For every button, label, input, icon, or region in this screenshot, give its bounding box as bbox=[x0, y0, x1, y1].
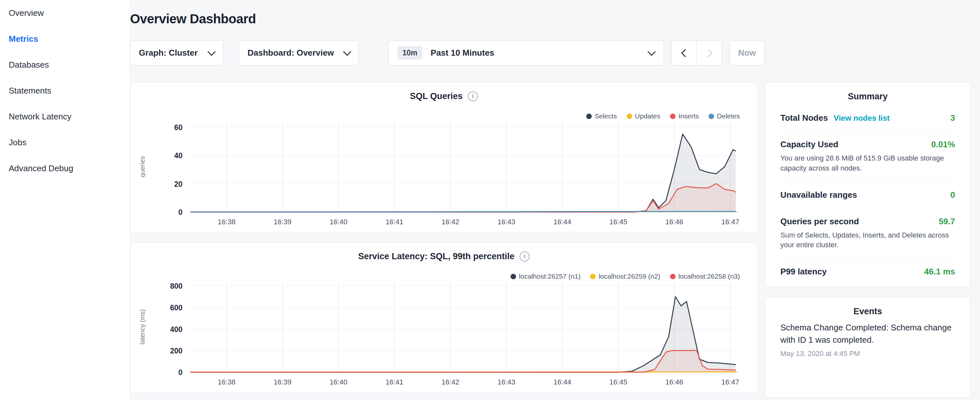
app-root: Overview Metrics Databases Statements Ne… bbox=[0, 0, 980, 397]
sidebar: Overview Metrics Databases Statements Ne… bbox=[0, 0, 130, 400]
svg-text:0: 0 bbox=[178, 208, 183, 217]
legend-item[interactable]: localhost:26259 (n2) bbox=[590, 273, 660, 280]
summary-row-label: P99 latency bbox=[780, 267, 827, 277]
svg-text:16:41: 16:41 bbox=[386, 218, 404, 226]
svg-text:16:43: 16:43 bbox=[498, 218, 515, 226]
sidebar-item-network-latency[interactable]: Network Latency bbox=[0, 104, 130, 129]
chart-title: SQL Queries bbox=[410, 91, 463, 101]
chevron-right-icon bbox=[704, 49, 713, 57]
time-range-selector[interactable]: 10m Past 10 Minutes bbox=[388, 40, 664, 65]
time-step-buttons bbox=[671, 40, 722, 65]
series-line bbox=[190, 134, 736, 212]
summary-row-description: You are using 28.6 MiB of 515.9 GiB usab… bbox=[780, 153, 955, 174]
svg-text:16:43: 16:43 bbox=[498, 378, 515, 386]
chevron-left-icon bbox=[681, 49, 689, 57]
svg-text:0: 0 bbox=[178, 368, 183, 377]
page-title: Overview Dashboard bbox=[130, 12, 970, 26]
legend-dot bbox=[670, 113, 676, 119]
dashboard-dropdown[interactable]: Dashboard: Overview bbox=[239, 40, 359, 65]
controls-bar: Graph: Cluster Dashboard: Overview 10m P… bbox=[130, 40, 970, 65]
svg-text:latency (ms): latency (ms) bbox=[139, 309, 146, 345]
view-nodes-link[interactable]: View nodes list bbox=[834, 113, 890, 123]
svg-text:16:45: 16:45 bbox=[609, 378, 627, 386]
chevron-down-icon bbox=[648, 48, 655, 56]
right-column: Summary Total Nodes View nodes list 3 bbox=[765, 82, 970, 397]
svg-text:16:40: 16:40 bbox=[330, 218, 347, 226]
svg-text:16:46: 16:46 bbox=[665, 218, 683, 226]
chart-title-row: SQL Queries i bbox=[130, 89, 757, 103]
svg-text:16:40: 16:40 bbox=[330, 378, 347, 386]
legend-label: Updates bbox=[635, 112, 660, 120]
legend-label: Selects bbox=[595, 112, 617, 120]
sidebar-item-jobs[interactable]: Jobs bbox=[0, 129, 130, 155]
legend-dot bbox=[627, 113, 632, 119]
legend-label: localhost:26259 (n2) bbox=[598, 273, 660, 280]
chart-title: Service Latency: SQL, 99th percentile bbox=[358, 252, 514, 261]
chevron-down-icon bbox=[207, 48, 215, 56]
svg-text:16:38: 16:38 bbox=[218, 218, 235, 226]
legend-item[interactable]: localhost:26257 (n1) bbox=[511, 273, 581, 280]
time-prev-button[interactable] bbox=[671, 40, 697, 65]
legend-item[interactable]: localhost:26258 (n3) bbox=[670, 273, 740, 280]
svg-text:16:47: 16:47 bbox=[721, 218, 739, 226]
svg-text:16:42: 16:42 bbox=[442, 378, 460, 386]
sidebar-item-metrics[interactable]: Metrics bbox=[0, 26, 130, 52]
summary-row-queries-per-second: Queries per second 59.7 Sum of Selects, … bbox=[780, 209, 955, 259]
legend-dot bbox=[670, 274, 676, 279]
legend-label: localhost:26257 (n1) bbox=[519, 273, 581, 280]
legend-label: localhost:26258 (n3) bbox=[678, 273, 740, 280]
summary-row-label: Queries per second bbox=[780, 217, 859, 226]
svg-text:20: 20 bbox=[174, 180, 183, 188]
svg-text:800: 800 bbox=[170, 282, 183, 290]
sidebar-item-statements[interactable]: Statements bbox=[0, 78, 130, 104]
info-icon[interactable]: i bbox=[468, 91, 478, 101]
dashboard-dropdown-label: Dashboard: Overview bbox=[248, 48, 334, 58]
legend-item[interactable]: Inserts bbox=[670, 112, 699, 120]
time-next-button[interactable] bbox=[697, 40, 722, 65]
svg-text:400: 400 bbox=[170, 325, 183, 334]
sql-queries-chart-card: SQL Queries i SelectsUpdatesInsertsDelet… bbox=[130, 82, 758, 233]
series-area bbox=[190, 184, 736, 212]
sidebar-item-databases[interactable]: Databases bbox=[0, 52, 130, 78]
chart-legend: SelectsUpdatesInsertsDeletes bbox=[586, 112, 740, 120]
svg-text:200: 200 bbox=[170, 347, 183, 355]
summary-row-label: Unavailable ranges bbox=[780, 190, 857, 200]
legend-item[interactable]: Selects bbox=[586, 112, 617, 120]
legend-item[interactable]: Deletes bbox=[708, 112, 740, 120]
time-range-label: Past 10 Minutes bbox=[431, 48, 640, 58]
svg-text:16:39: 16:39 bbox=[274, 378, 291, 386]
chart-canvas[interactable]: 020040060080016:3816:3916:4016:4116:4216… bbox=[130, 278, 757, 392]
sidebar-item-advanced-debug[interactable]: Advanced Debug bbox=[0, 155, 130, 181]
chart-canvas[interactable]: 020406016:3816:3916:4016:4116:4216:4316:… bbox=[130, 118, 757, 231]
series-line bbox=[190, 211, 736, 212]
svg-text:16:47: 16:47 bbox=[721, 378, 739, 386]
legend-dot bbox=[586, 113, 592, 119]
svg-text:queries: queries bbox=[139, 156, 146, 177]
svg-text:16:39: 16:39 bbox=[274, 218, 291, 226]
summary-row-label: Capacity Used bbox=[780, 139, 838, 150]
main-content: Overview Dashboard Graph: Cluster Dashbo… bbox=[130, 0, 980, 397]
series-area bbox=[190, 297, 736, 372]
svg-text:600: 600 bbox=[170, 304, 183, 312]
summary-row-value: 0.01% bbox=[931, 139, 955, 150]
summary-row-label: Total Nodes bbox=[780, 113, 828, 123]
chart-title-row: Service Latency: SQL, 99th percentile i bbox=[130, 249, 757, 263]
svg-text:16:44: 16:44 bbox=[554, 218, 571, 226]
sidebar-item-overview[interactable]: Overview bbox=[0, 0, 130, 26]
svg-text:16:41: 16:41 bbox=[386, 378, 404, 386]
legend-item[interactable]: Updates bbox=[627, 112, 660, 120]
graph-dropdown-label: Graph: Cluster bbox=[139, 48, 198, 58]
graph-dropdown[interactable]: Graph: Cluster bbox=[130, 40, 223, 65]
events-title: Events bbox=[780, 306, 955, 317]
summary-row-value: 0 bbox=[951, 190, 955, 200]
events-panel: Events Schema Change Completed: Schema c… bbox=[765, 297, 970, 397]
info-icon[interactable]: i bbox=[520, 252, 530, 261]
chart-legend: localhost:26257 (n1)localhost:26259 (n2)… bbox=[511, 273, 740, 280]
now-button[interactable]: Now bbox=[730, 40, 765, 65]
svg-text:16:38: 16:38 bbox=[218, 378, 235, 386]
chevron-down-icon bbox=[343, 48, 351, 56]
legend-label: Deletes bbox=[717, 112, 740, 120]
legend-dot bbox=[511, 274, 516, 279]
svg-text:40: 40 bbox=[174, 151, 183, 160]
summary-panel: Summary Total Nodes View nodes list 3 bbox=[765, 82, 970, 287]
